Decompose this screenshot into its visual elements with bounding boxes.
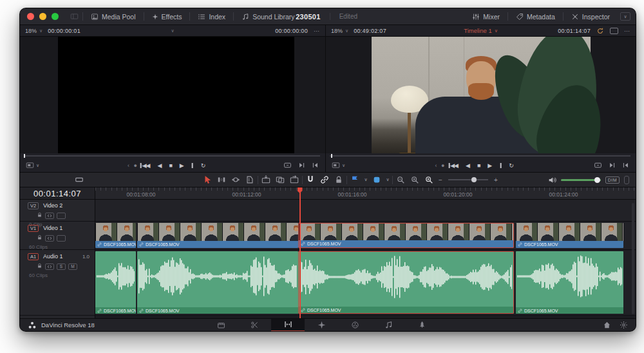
solo-track-toggle[interactable]: S	[57, 263, 66, 270]
source-go-to-end-button[interactable]	[191, 163, 193, 168]
auto-select-toggle[interactable]	[45, 213, 54, 219]
track-chip-a1[interactable]: A1	[28, 253, 39, 260]
timeline-current-timecode[interactable]: 00:01:14:07	[20, 187, 95, 200]
track-chip-v2[interactable]: V2	[28, 202, 39, 209]
go-to-out-icon[interactable]	[298, 161, 305, 169]
zoom-custom-button[interactable]	[422, 175, 435, 184]
zoom-in-button[interactable]: +	[492, 176, 500, 184]
flag-button[interactable]	[348, 175, 361, 184]
trim-edit-mode-button[interactable]	[215, 175, 228, 184]
lock-track-icon[interactable]	[37, 263, 43, 269]
lock-track-icon[interactable]	[37, 212, 43, 218]
zoom-full-extent-button[interactable]	[394, 175, 407, 184]
volume-knob[interactable]	[594, 177, 600, 183]
blade-edit-mode-button[interactable]	[243, 175, 256, 184]
timeline-viewer-screen[interactable]	[372, 37, 591, 153]
zoom-out-button[interactable]: −	[437, 176, 444, 184]
source-zoom-select[interactable]: 18% ∨	[20, 28, 48, 34]
timeline-name-dropdown[interactable]: Timeline 1 ∨	[464, 27, 498, 34]
timeline-view-mode-button[interactable]: ∨	[326, 161, 345, 169]
color-page-tab[interactable]	[338, 319, 372, 332]
inspector-button[interactable]: Inspector	[564, 8, 618, 24]
match-frame-icon[interactable]	[283, 161, 292, 169]
auto-select-toggle[interactable]	[45, 235, 54, 242]
video-clip[interactable]: DSCF1065.MOV	[137, 223, 298, 248]
marker-color-dropdown[interactable]: ∨	[384, 177, 391, 182]
video-clip[interactable]: DSCF1065.MOV	[516, 223, 623, 248]
track-header-a1[interactable]: A1 Audio 1 1.0 S M 60 Clips	[20, 251, 95, 316]
timeline-viewer-options-menu[interactable]: ···	[624, 28, 630, 34]
flag-color-dropdown[interactable]: ∨	[363, 177, 369, 182]
source-play-reverse-button[interactable]: ◀	[158, 162, 162, 169]
source-clip-name-dropdown[interactable]: ∨	[171, 28, 174, 33]
audio-clip[interactable]: DSCF1065.MOV	[516, 251, 623, 314]
deliver-page-tab[interactable]	[405, 319, 439, 332]
metadata-button[interactable]: Metadata	[508, 8, 563, 24]
media-page-tab[interactable]	[204, 319, 238, 332]
fairlight-page-tab[interactable]	[372, 319, 405, 332]
expand-viewer-icon[interactable]	[610, 28, 618, 34]
monitor-volume-slider[interactable]	[561, 179, 601, 181]
timeline-viewer-timecode-left[interactable]: 00:49:02:07	[354, 28, 386, 34]
timeline-play-button[interactable]: ▶	[488, 162, 491, 169]
zoom-window-button[interactable]	[52, 13, 59, 20]
source-timecode-right[interactable]: 00:00:00:00	[275, 28, 308, 34]
mixer-button[interactable]: Mixer	[464, 8, 507, 24]
project-manager-home-icon[interactable]	[603, 321, 611, 329]
auto-select-toggle[interactable]	[45, 263, 54, 270]
source-timecode-left[interactable]: 00:00:00:01	[48, 28, 80, 34]
video-clip[interactable]: DSCF1065.MOV	[95, 223, 136, 248]
index-button[interactable]: Index	[190, 8, 233, 24]
source-view-mode-button[interactable]: ∨	[20, 161, 39, 169]
selection-mode-button[interactable]	[201, 175, 214, 184]
timeline-ruler[interactable]: 00:01:08:00 00:01:12:00 00:01:16:00 00:0…	[95, 187, 636, 200]
zoom-slider-knob[interactable]	[471, 177, 477, 182]
snapping-button[interactable]	[304, 175, 317, 184]
media-pool-button[interactable]: Media Pool	[83, 8, 144, 24]
effects-button[interactable]: Effects	[144, 8, 190, 24]
zoom-detail-button[interactable]	[408, 175, 421, 184]
match-frame-icon[interactable]	[594, 161, 602, 169]
source-go-to-start-button[interactable]: ◀◀	[140, 162, 150, 169]
audio-clip[interactable]: DSCF1065.MOV	[137, 251, 298, 314]
timeline-go-to-start-button[interactable]: ◀◀	[448, 162, 458, 169]
overwrite-clip-button[interactable]	[274, 175, 287, 184]
timeline-scrub-playhead[interactable]	[331, 154, 332, 158]
source-scrub-bar[interactable]	[20, 153, 326, 158]
timeline-loop-button[interactable]: ↻	[509, 162, 513, 169]
edit-page-tab[interactable]	[271, 319, 305, 332]
mute-track-toggle[interactable]: M	[68, 263, 77, 270]
zoom-slider[interactable]	[448, 179, 488, 180]
timeline-viewer-timecode-right[interactable]: 00:01:14:07	[558, 28, 591, 34]
audio-clip[interactable]: DSCF1065.MOV	[95, 251, 136, 314]
timeline-view-options-button[interactable]	[73, 173, 86, 187]
lock-track-icon[interactable]	[37, 234, 43, 240]
timeline-go-to-end-button[interactable]	[499, 163, 501, 168]
refresh-viewer-icon[interactable]	[596, 27, 604, 35]
project-settings-gear-icon[interactable]	[620, 321, 628, 329]
source-scrub-playhead[interactable]	[24, 154, 25, 158]
track-header-v2[interactable]: V2 Video 2 0 Clip	[20, 200, 95, 222]
replace-clip-button[interactable]	[288, 175, 301, 184]
dim-audio-button[interactable]: DIM	[605, 176, 620, 184]
go-to-in-icon[interactable]	[622, 161, 629, 169]
position-lock-button[interactable]	[332, 175, 345, 184]
timeline-stop-button[interactable]: ■	[477, 162, 480, 169]
timeline-playhead[interactable]	[299, 187, 301, 318]
audio-clip-selected[interactable]: DSCF1065.MOV	[298, 251, 514, 314]
dynamic-trim-mode-button[interactable]	[229, 175, 242, 184]
track-header-v1[interactable]: V1 Video 1 60 Clips	[20, 222, 95, 250]
track-lane-v2[interactable]	[95, 200, 636, 222]
collapsed-panel-icon[interactable]	[70, 12, 79, 21]
minimize-window-button[interactable]	[39, 13, 46, 20]
timeline-vertical-scrollbar[interactable]	[632, 203, 634, 314]
timeline-scroll-options-icon[interactable]	[624, 176, 629, 184]
disable-track-toggle[interactable]	[57, 235, 66, 242]
timeline-play-reverse-button[interactable]: ◀	[466, 162, 469, 169]
source-viewer-screen[interactable]	[58, 37, 294, 153]
timeline-scrub-bar[interactable]	[326, 153, 636, 158]
source-options-menu[interactable]: ···	[314, 28, 319, 34]
video-clip-selected[interactable]: DSCF1065.MOV	[298, 223, 514, 248]
audio-monitor-speaker-icon[interactable]	[548, 176, 556, 184]
close-window-button[interactable]	[27, 13, 34, 20]
